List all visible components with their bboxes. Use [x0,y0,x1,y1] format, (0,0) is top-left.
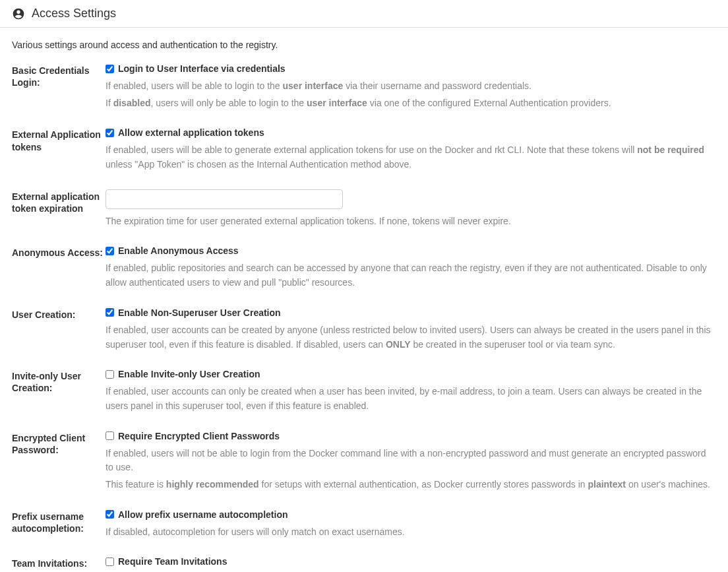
checkbox-row: Require Team Invitations [106,556,716,567]
checkbox-label: Enable Non-Superuser User Creation [118,307,281,318]
checkbox-label: Login to User Interface via credentials [118,63,286,74]
checkbox-label: Require Encrypted Client Passwords [118,431,280,441]
page-header: Access Settings [0,0,728,28]
setting-content: Enable Non-Superuser User Creation If en… [106,307,716,354]
team-invitations-checkbox[interactable] [106,557,114,566]
setting-label: Anonymous Access: [12,245,106,292]
help-text: If enabled, users will be able to login … [106,79,716,94]
help-text: If enabled, user accounts can only be cr… [106,385,716,413]
setting-encrypted-password: Encrypted Client Password: Require Encry… [12,431,716,495]
setting-content: Allow external application tokens If ena… [106,127,716,174]
setting-label: Invite-only User Creation: [12,369,106,416]
checkbox-row: Login to User Interface via credentials [106,63,716,74]
page-title: Access Settings [32,7,116,20]
prefix-autocomplete-checkbox[interactable] [106,510,114,519]
invite-only-checkbox[interactable] [106,370,114,379]
help-text: If enabled, user accounts can be created… [106,323,716,352]
user-circle-icon [12,7,25,20]
setting-label: External application token expiration [12,189,106,232]
setting-label: Encrypted Client Password: [12,431,106,495]
external-tokens-checkbox[interactable] [106,129,114,137]
checkbox-label: Enable Anonymous Access [118,245,239,256]
help-text: If disabled, users will only be able to … [106,96,716,111]
setting-prefix-autocomplete: Prefix username autocompletion: Allow pr… [12,509,716,542]
user-creation-checkbox[interactable] [106,308,114,317]
checkbox-row: Enable Anonymous Access [106,245,716,256]
checkbox-label: Allow external application tokens [118,127,264,138]
checkbox-row: Require Encrypted Client Passwords [106,431,716,441]
setting-content: Require Encrypted Client Passwords If en… [106,431,716,495]
setting-user-creation: User Creation: Enable Non-Superuser User… [12,307,716,354]
basic-credentials-checkbox[interactable] [106,65,114,73]
setting-content: The expiration time for user generated e… [106,189,716,232]
checkbox-label: Enable Invite-only User Creation [118,369,260,379]
settings-container: Various settings around access and authe… [0,28,728,572]
setting-team-invitations: Team Invitations: Require Team Invitatio… [12,556,716,572]
help-text: If enabled, users will not be able to lo… [106,447,716,475]
checkbox-row: Allow prefix username autocompletion [106,509,716,520]
setting-content: Login to User Interface via credentials … [106,63,716,113]
setting-anonymous-access: Anonymous Access: Enable Anonymous Acces… [12,245,716,292]
setting-label: Basic Credentials Login: [12,63,106,113]
help-text: If enabled, public repositories and sear… [106,261,716,290]
setting-label: External Application tokens [12,127,106,174]
setting-content: Require Team Invitations If enabled, whe… [106,556,716,572]
encrypted-password-checkbox[interactable] [106,431,114,440]
setting-label: Team Invitations: [12,556,106,572]
token-expiration-input[interactable] [106,189,343,209]
checkbox-label: Allow prefix username autocompletion [118,509,288,520]
setting-content: Enable Invite-only User Creation If enab… [106,369,716,416]
help-text: If disabled, autocompletion for users wi… [106,525,716,540]
anonymous-access-checkbox[interactable] [106,247,114,255]
setting-invite-only: Invite-only User Creation: Enable Invite… [12,369,716,416]
intro-text: Various settings around access and authe… [12,40,716,50]
setting-label: Prefix username autocompletion: [12,509,106,542]
setting-external-tokens: External Application tokens Allow extern… [12,127,716,174]
setting-token-expiration: External application token expiration Th… [12,189,716,232]
help-text: This feature is highly recommended for s… [106,478,716,492]
setting-content: Allow prefix username autocompletion If … [106,509,716,542]
checkbox-row: Enable Non-Superuser User Creation [106,307,716,318]
setting-content: Enable Anonymous Access If enabled, publ… [106,245,716,292]
help-text: If enabled, users will be able to genera… [106,143,716,172]
setting-label: User Creation: [12,307,106,354]
help-text: The expiration time for user generated e… [106,214,716,229]
checkbox-row: Enable Invite-only User Creation [106,369,716,379]
checkbox-row: Allow external application tokens [106,127,716,138]
setting-basic-credentials: Basic Credentials Login: Login to User I… [12,63,716,113]
checkbox-label: Require Team Invitations [118,556,227,567]
